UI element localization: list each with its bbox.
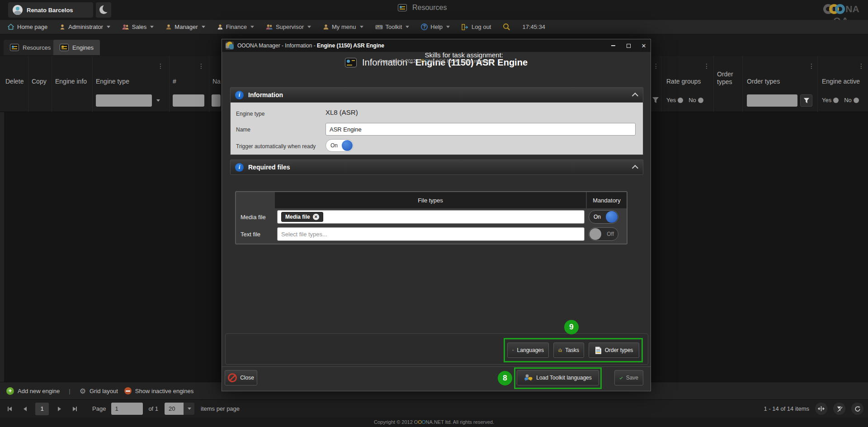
section-title: Required files [248, 164, 290, 171]
tasks-button[interactable]: Tasks [553, 343, 584, 358]
home-icon [7, 23, 14, 30]
previous-page-button[interactable] [19, 403, 31, 415]
text-file-mandatory-toggle[interactable]: Off [589, 227, 618, 241]
grid-layout-label: Grid layout [90, 388, 118, 394]
nav-log-out[interactable]: Log out [462, 23, 491, 30]
grid-left-gutter [0, 112, 4, 382]
nav-toolkit[interactable]: Toolkit [375, 23, 410, 30]
theme-toggle-button[interactable] [96, 2, 111, 18]
column-menu-icon[interactable]: ⋮ [653, 62, 659, 70]
media-file-row-label: Media file [241, 214, 266, 221]
nav-my-menu[interactable]: My menu [323, 23, 363, 30]
column-engine-info[interactable]: Engine info [55, 78, 87, 85]
save-button[interactable]: Save [614, 370, 643, 385]
engine-type-filter-arrow[interactable] [153, 94, 163, 107]
show-inactive-engines-button[interactable]: Show inactive engines [124, 387, 193, 394]
gear-icon: ⚙ [80, 387, 86, 395]
radio-yes[interactable] [678, 98, 683, 103]
next-page-button[interactable] [53, 403, 65, 415]
fit-columns-button[interactable] [815, 403, 827, 415]
items-per-page-select[interactable]: 20 [165, 403, 194, 415]
chip-remove-icon[interactable]: ✕ [313, 214, 319, 220]
radio-yes[interactable] [833, 98, 839, 103]
minimize-button[interactable] [610, 42, 616, 49]
column-engine-active[interactable]: Engine active [822, 78, 860, 85]
fit-columns-icon [818, 406, 825, 411]
column-order-types[interactable]: Order types [747, 78, 780, 85]
engine-type-filter-select[interactable] [96, 94, 152, 107]
nav-sales[interactable]: Sales [122, 23, 154, 30]
column-rate-groups[interactable]: Rate groups [666, 78, 701, 85]
first-page-button[interactable] [4, 403, 15, 415]
section-title: Information [248, 91, 283, 99]
chevron-down-icon [202, 26, 205, 28]
radio-no[interactable] [854, 98, 859, 103]
tab-resources[interactable]: Resources [4, 40, 57, 55]
nav-finance[interactable]: Finance [217, 23, 254, 30]
chevron-down-icon [446, 26, 450, 28]
media-file-mandatory-toggle[interactable]: On [589, 210, 618, 224]
user-name: Renato Barcelos [27, 7, 73, 14]
nav-home-page[interactable]: Home page [7, 23, 47, 30]
annotation-badge-8: 8 [498, 371, 512, 385]
resources-tab-icon [10, 44, 19, 51]
column-menu-icon[interactable]: ⋮ [157, 62, 164, 70]
radio-no[interactable] [698, 98, 703, 103]
people-icon [266, 24, 273, 30]
column-menu-icon[interactable]: ⋮ [858, 62, 864, 70]
nav-administrator[interactable]: Administrator [59, 23, 110, 30]
clear-filters-button[interactable] [833, 403, 845, 415]
nav-supervisor[interactable]: Supervisor [266, 23, 311, 30]
close-button[interactable]: Close [225, 370, 257, 385]
minimize-icon [611, 45, 615, 46]
trigger-automatically-label: Trigger automatically when ready [236, 143, 316, 150]
name-input[interactable] [326, 123, 636, 136]
order-types-filter-input[interactable] [747, 94, 797, 107]
refresh-button[interactable] [851, 403, 863, 415]
last-page-button[interactable] [69, 403, 80, 415]
trigger-toggle[interactable]: On [326, 139, 354, 152]
maximize-icon [627, 44, 631, 48]
nav-label: Finance [226, 23, 247, 30]
order-types-funnel-button[interactable] [800, 94, 812, 107]
column-engine-type[interactable]: Engine type [96, 78, 129, 85]
column-menu-icon[interactable]: ⋮ [808, 62, 815, 70]
user-menu[interactable]: Renato Barcelos [8, 2, 93, 18]
text-file-types-input[interactable] [277, 227, 585, 241]
grid-layout-button[interactable]: ⚙ Grid layout [80, 387, 118, 395]
nav-help[interactable]: ? Help [421, 23, 450, 30]
nav-manager[interactable]: Manager [165, 23, 205, 30]
dialog-title-bar[interactable]: OOONA Manager - Information - Engine (11… [222, 39, 651, 52]
column-copy[interactable]: Copy [32, 78, 47, 85]
load-toolkit-languages-button[interactable]: Load Toolkit languages [517, 370, 599, 385]
engine-active-filter: Yes No [822, 97, 863, 103]
required-files-section-header[interactable]: i Required files [230, 160, 643, 175]
column-delete[interactable]: Delete [5, 78, 24, 85]
column-name-truncated[interactable]: Na [212, 78, 221, 85]
add-new-engine-button[interactable]: + Add new engine [6, 387, 60, 395]
tab-engines[interactable]: Engines [53, 40, 100, 55]
column-menu-icon[interactable]: ⋮ [198, 62, 204, 70]
column-menu-icon[interactable]: ⋮ [703, 62, 710, 70]
chevron-down-icon [107, 26, 110, 28]
name-filter-input-partial[interactable] [212, 94, 221, 107]
information-section-header[interactable]: i Information [230, 87, 643, 103]
nav-label: Log out [472, 23, 491, 30]
page-number-current[interactable]: 1 [35, 403, 49, 415]
languages-button[interactable]: Languages [507, 343, 549, 358]
maximize-button[interactable] [625, 42, 632, 49]
show-inactive-label: Show inactive engines [135, 388, 193, 394]
collapse-chevron-icon [632, 93, 638, 99]
media-file-types-input[interactable]: Media file ✕ [277, 210, 585, 224]
column-number[interactable]: # [173, 78, 176, 85]
radio-no-label: No [844, 97, 852, 103]
close-window-button[interactable]: ✕ [641, 42, 647, 49]
button-label: Close [240, 375, 254, 381]
nav-label: Help [430, 23, 443, 30]
column-order-types-narrow[interactable]: Order types [717, 70, 749, 86]
order-types-button[interactable]: Order types [589, 343, 639, 358]
filter-funnel-icon[interactable] [652, 97, 659, 103]
nav-search[interactable] [503, 23, 510, 31]
page-input[interactable] [111, 403, 143, 415]
number-filter-input[interactable] [173, 94, 204, 107]
